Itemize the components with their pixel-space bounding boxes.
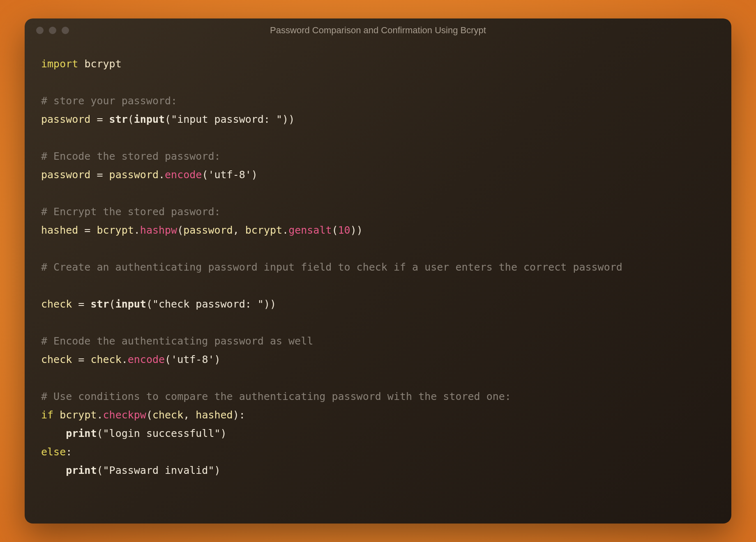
string-literal: "check password: " (152, 298, 264, 310)
method-gensalt: gensalt (288, 224, 332, 236)
paren: ( (97, 464, 103, 476)
indent (41, 427, 66, 439)
paren: ( (128, 113, 134, 125)
module-name: bcrypt (84, 58, 121, 70)
titlebar: Password Comparison and Confirmation Usi… (25, 18, 731, 42)
string-literal: "Passward invalid" (103, 464, 214, 476)
builtin-print: print (66, 464, 97, 476)
variable: check (152, 409, 183, 421)
code-line (41, 184, 715, 202)
paren: ( (97, 427, 103, 439)
comment: # Encrypt the stored pasword: (41, 206, 221, 218)
paren: ( (177, 224, 183, 236)
variable: check (90, 354, 121, 365)
paren: ) (350, 224, 357, 236)
method-encode: encode (165, 169, 202, 181)
code-line: password = str(input("input password: ")… (41, 110, 715, 129)
dot: . (282, 224, 288, 236)
close-icon[interactable] (36, 27, 44, 34)
colon: : (239, 409, 245, 421)
code-line (41, 369, 715, 387)
code-line (41, 239, 715, 258)
code-line: print("Passward invalid") (41, 461, 715, 480)
string-literal: 'utf-8' (208, 169, 251, 181)
traffic-lights (36, 27, 69, 34)
keyword-else: else (41, 446, 66, 458)
comment: # store your password: (41, 95, 177, 107)
code-window: Password Comparison and Confirmation Usi… (25, 18, 731, 524)
paren: ( (109, 298, 115, 310)
code-line: # Use conditions to compare the authenti… (41, 387, 715, 406)
operator: = (90, 113, 109, 125)
variable: check (41, 298, 72, 310)
code-line: if bcrypt.checkpw(check, hashed): (41, 406, 715, 424)
variable: password (183, 224, 233, 236)
string-literal: "input password: " (171, 113, 282, 125)
paren: ( (332, 224, 338, 236)
method-checkpw: checkpw (103, 409, 146, 421)
code-line: # Encrypt the stored pasword: (41, 202, 715, 221)
operator: = (90, 169, 109, 181)
code-line (41, 129, 715, 147)
dot: . (134, 224, 140, 236)
minimize-icon[interactable] (49, 27, 56, 34)
string-literal: "login successfull" (103, 427, 221, 439)
colon: : (66, 446, 72, 458)
string-literal: 'utf-8' (171, 354, 214, 365)
code-line: # Encode the stored password: (41, 147, 715, 165)
comment: # Encode the authenticating password as … (41, 335, 313, 347)
operator: = (78, 224, 97, 236)
code-line: print("login successfull") (41, 424, 715, 443)
code-line: check = str(input("check password: ")) (41, 295, 715, 313)
builtin-input: input (115, 298, 146, 310)
method-hashpw: hashpw (140, 224, 177, 236)
paren: ) (214, 354, 220, 365)
paren: ( (165, 354, 171, 365)
code-line (41, 73, 715, 92)
paren: ) (233, 409, 239, 421)
variable: hashed (196, 409, 233, 421)
paren: ) (264, 298, 270, 310)
variable: password (41, 169, 90, 181)
paren: ) (221, 427, 227, 439)
builtin-print: print (66, 427, 97, 439)
comment: # Create an authenticating password inpu… (41, 261, 622, 273)
code-line: password = password.encode('utf-8') (41, 165, 715, 184)
code-line (41, 276, 715, 295)
method-encode: encode (128, 354, 165, 365)
dot: . (97, 409, 103, 421)
code-area: import bcrypt # store your password: pas… (25, 42, 731, 524)
variable: bcrypt (60, 409, 97, 421)
dot: . (159, 169, 165, 181)
number-literal: 10 (338, 224, 350, 236)
builtin-str: str (90, 298, 109, 310)
comment: # Encode the stored password: (41, 150, 221, 162)
builtin-input: input (134, 113, 165, 125)
paren: ( (146, 298, 152, 310)
builtin-str: str (109, 113, 128, 125)
indent (41, 464, 66, 476)
dot: . (122, 354, 128, 365)
variable: hashed (41, 224, 78, 236)
variable: check (41, 354, 72, 365)
variable: password (41, 113, 90, 125)
code-line (41, 313, 715, 332)
maximize-icon[interactable] (62, 27, 69, 34)
paren: ) (357, 224, 363, 236)
paren: ( (165, 113, 171, 125)
operator: = (72, 298, 90, 310)
variable: password (109, 169, 159, 181)
operator: = (72, 354, 90, 365)
paren: ) (270, 298, 276, 310)
paren: ) (251, 169, 258, 181)
code-line: check = check.encode('utf-8') (41, 350, 715, 369)
comma: , (233, 224, 245, 236)
comment: # Use conditions to compare the authenti… (41, 390, 511, 402)
code-line: # Encode the authenticating password as … (41, 332, 715, 350)
window-title: Password Comparison and Confirmation Usi… (270, 25, 486, 36)
comma: , (183, 409, 196, 421)
code-line: import bcrypt (41, 55, 715, 73)
paren: ) (282, 113, 288, 125)
code-line: hashed = bcrypt.hashpw(password, bcrypt.… (41, 221, 715, 239)
paren: ) (214, 464, 220, 476)
